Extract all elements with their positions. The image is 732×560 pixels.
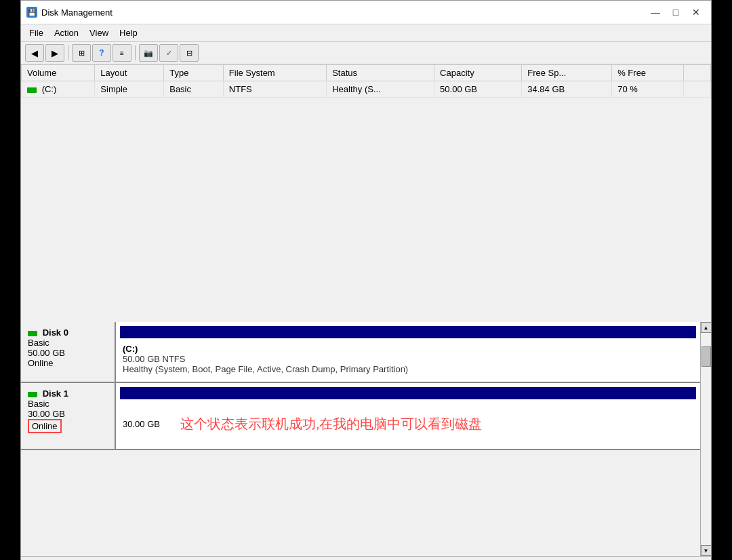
scrollbar-track [702,333,711,545]
cell-extra [684,81,711,98]
col-extra [684,65,711,81]
disk-view-section: Disk 0 Basic 50.00 GB Online (C:) 50.00 … [21,322,711,556]
menu-help[interactable]: Help [114,26,143,40]
cell-freespace: 34.84 GB [522,81,612,98]
disk-0-size: 50.00 GB [28,348,108,358]
volume-icon [27,87,37,93]
close-button[interactable]: ✕ [687,5,706,20]
menu-file[interactable]: File [24,26,49,40]
disk-rows-area: Disk 0 Basic 50.00 GB Online (C:) 50.00 … [21,322,700,556]
table-row[interactable]: (C:) Simple Basic NTFS Healthy (S... 50.… [22,81,711,98]
disk-0-title: Disk 0 [43,327,68,338]
camera-button[interactable]: 📷 [139,44,158,62]
disk-management-window: 💾 Disk Management — □ ✕ File Action View… [20,0,712,560]
disk-0-row: Disk 0 Basic 50.00 GB Online (C:) 50.00 … [21,322,700,383]
disk-1-size: 30.00 GB [28,409,108,419]
disk-1-partition-info[interactable]: 30.00 GB 这个状态表示联机成功,在我的电脑中可以看到磁盘 [116,399,700,449]
cell-status: Healthy (S... [327,81,434,98]
disk-1-part-name: 30.00 GB [123,419,160,429]
disk-1-name: Disk 1 [28,388,108,399]
volume-table-section: Volume Layout Type File System Status Ca… [21,64,711,322]
window-controls: — □ ✕ [646,5,706,20]
maximize-button[interactable]: □ [666,5,685,20]
disk-1-row: Disk 1 Basic 30.00 GB Online 30.00 GB 这个… [21,383,700,450]
check-button[interactable]: ✓ [159,44,178,62]
toolbar-separator-2 [135,45,136,60]
disk-0-content: (C:) 50.00 GB NTFS Healthy (System, Boot… [116,322,700,382]
volume-table: Volume Layout Type File System Status Ca… [21,64,711,98]
col-capacity[interactable]: Capacity [434,65,522,81]
disk-0-name: Disk 0 [28,327,108,338]
main-content: Volume Layout Type File System Status Ca… [21,64,711,560]
menu-view[interactable]: View [84,26,114,40]
col-freespace[interactable]: Free Sp... [522,65,612,81]
forward-button[interactable]: ▶ [45,44,64,62]
right-scrollbar[interactable]: ▲ ▼ [700,322,711,556]
disk-1-annotation: 这个状态表示联机成功,在我的电脑中可以看到磁盘 [174,405,489,443]
detail-button[interactable]: ⊟ [180,44,199,62]
disk-0-part-detail2: Healthy (System, Boot, Page File, Active… [123,364,693,374]
properties-button[interactable]: ⊞ [72,44,91,62]
col-type[interactable]: Type [164,65,224,81]
back-button[interactable]: ◀ [25,44,44,62]
col-filesystem[interactable]: File System [223,65,326,81]
disk-0-part-detail1: 50.00 GB NTFS [123,354,693,364]
col-status[interactable]: Status [327,65,434,81]
col-percentfree[interactable]: % Free [612,65,684,81]
cell-type: Basic [164,81,224,98]
cell-percentfree: 70 % [612,81,684,98]
help-button[interactable]: ? [92,44,111,62]
app-icon: 💾 [26,7,37,18]
cell-capacity: 50.00 GB [434,81,522,98]
legend-bar: Unallocated Primary partition [21,556,711,560]
list-button[interactable]: ≡ [113,44,131,62]
toolbar: ◀ ▶ ⊞ ? ≡ 📷 ✓ ⊟ [21,42,711,64]
cell-layout: Simple [95,81,164,98]
disk-1-status: Online [28,419,62,433]
title-bar: 💾 Disk Management — □ ✕ [21,1,711,24]
disk-1-bar [120,387,696,399]
scrollbar-thumb[interactable] [702,346,711,367]
disk-1-type: Basic [28,399,108,409]
disk-1-content: 30.00 GB 这个状态表示联机成功,在我的电脑中可以看到磁盘 [116,383,700,449]
disk-0-bar [120,326,696,338]
col-layout[interactable]: Layout [95,65,164,81]
disk-1-title: Disk 1 [43,388,68,399]
cell-filesystem: NTFS [223,81,326,98]
col-volume[interactable]: Volume [22,65,95,81]
scroll-down-arrow[interactable]: ▼ [701,545,712,556]
disk-0-status: Online [28,358,108,368]
menu-bar: File Action View Help [21,24,711,42]
window-title: Disk Management [41,7,113,18]
toolbar-separator-1 [68,45,68,60]
disk-1-label: Disk 1 Basic 30.00 GB Online [21,383,116,449]
disk-0-type: Basic [28,338,108,348]
disk-1-icon [28,392,37,397]
cell-volume: (C:) [22,81,95,98]
disk-0-icon [28,331,37,336]
disk-1-status-wrapper: Online [28,419,108,433]
disk-0-part-name: (C:) [123,344,693,354]
disk-0-label: Disk 0 Basic 50.00 GB Online [21,322,116,382]
minimize-button[interactable]: — [646,5,665,20]
disk-0-partition-info[interactable]: (C:) 50.00 GB NTFS Healthy (System, Boot… [116,338,700,380]
menu-action[interactable]: Action [49,26,84,40]
title-bar-left: 💾 Disk Management [26,7,113,18]
scroll-up-arrow[interactable]: ▲ [701,322,712,333]
